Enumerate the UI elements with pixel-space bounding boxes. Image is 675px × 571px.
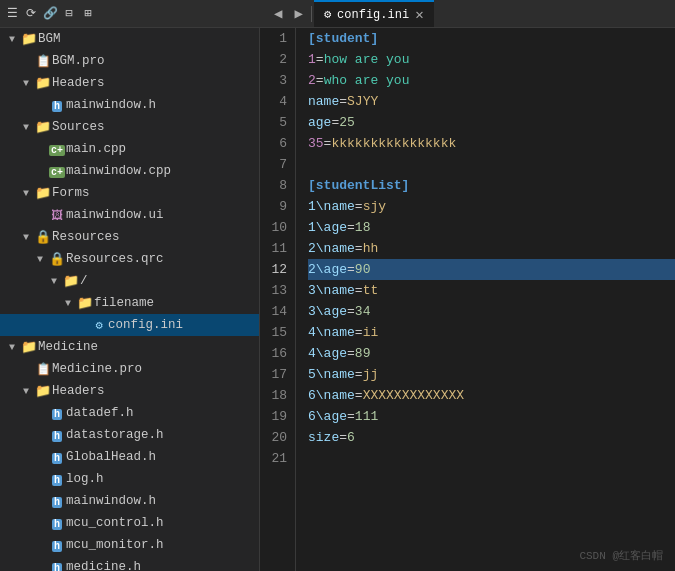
file-icon: 🖼 — [48, 208, 66, 223]
code-line: 3\name=tt — [308, 280, 675, 301]
tree-label: BGM.pro — [52, 54, 255, 68]
tree-label: datastorage.h — [66, 428, 255, 442]
line-number: 11 — [264, 238, 287, 259]
tab-nav-prev[interactable]: ◀ — [268, 5, 288, 22]
tree-label: BGM — [38, 32, 255, 46]
file-icon: h — [48, 516, 66, 531]
arrow-icon: ▼ — [18, 188, 34, 199]
tree-label: mcu_control.h — [66, 516, 255, 530]
tree-item-resources-qrc[interactable]: ▼🔒Resources.qrc — [0, 248, 259, 270]
tree-item-datastorage-h[interactable]: hdatastorage.h — [0, 424, 259, 446]
file-icon: h — [48, 560, 66, 572]
code-content[interactable]: [student]1=how are you2=who are youname=… — [296, 28, 675, 571]
tree-item-globalhead-h[interactable]: hGlobalHead.h — [0, 446, 259, 468]
code-line: 3\age=34 — [308, 301, 675, 322]
project-panel-toolbar: ☰ ⟳ 🔗 ⊟ ⊞ — [4, 6, 264, 22]
tree-label: config.ini — [108, 318, 255, 332]
line-number: 6 — [264, 133, 287, 154]
tree-item-headers2[interactable]: ▼📁Headers — [0, 380, 259, 402]
line-numbers: 123456789101112131415161718192021 — [260, 28, 296, 571]
line-number: 15 — [264, 322, 287, 343]
fold-icon[interactable]: ⊟ — [61, 6, 77, 22]
tree-label: Headers — [52, 384, 255, 398]
line-number: 16 — [264, 343, 287, 364]
tree-label: mainwindow.cpp — [66, 164, 255, 178]
line-number: 8 — [264, 175, 287, 196]
tree-item-mcu-monitor-h[interactable]: hmcu_monitor.h — [0, 534, 259, 556]
tab-config-ini[interactable]: ⚙ config.ini ✕ — [314, 0, 434, 27]
tree-label: GlobalHead.h — [66, 450, 255, 464]
main-area: ▼📁BGM📋BGM.pro▼📁Headershmainwindow.h▼📁Sou… — [0, 28, 675, 571]
file-tree[interactable]: ▼📁BGM📋BGM.pro▼📁Headershmainwindow.h▼📁Sou… — [0, 28, 260, 571]
separator — [311, 6, 312, 22]
tree-item-bgm-root[interactable]: ▼📁BGM — [0, 28, 259, 50]
tree-item-bgm-pro[interactable]: 📋BGM.pro — [0, 50, 259, 72]
file-icon: h — [48, 538, 66, 553]
tree-item-resources[interactable]: ▼🔒Resources — [0, 226, 259, 248]
file-icon: 📁 — [34, 383, 52, 399]
tree-item-medicine-root[interactable]: ▼📁Medicine — [0, 336, 259, 358]
file-icon: 📋 — [34, 362, 52, 377]
tree-label: Forms — [52, 186, 255, 200]
tree-label: mcu_monitor.h — [66, 538, 255, 552]
code-line: [student] — [308, 28, 675, 49]
code-line: 2=who are you — [308, 70, 675, 91]
tree-item-log-h[interactable]: hlog.h — [0, 468, 259, 490]
file-icon: h — [48, 406, 66, 421]
filter-icon[interactable]: ☰ — [4, 6, 20, 22]
tree-label: / — [80, 274, 255, 288]
tab-bar: ◀ ▶ ⚙ config.ini ✕ — [268, 0, 671, 27]
line-number: 17 — [264, 364, 287, 385]
file-icon: 📁 — [34, 185, 52, 201]
arrow-icon: ▼ — [18, 232, 34, 243]
file-icon: 📁 — [34, 75, 52, 91]
tree-item-forms[interactable]: ▼📁Forms — [0, 182, 259, 204]
code-line: name=SJYY — [308, 91, 675, 112]
code-line: 4\age=89 — [308, 343, 675, 364]
line-number: 10 — [264, 217, 287, 238]
line-number: 19 — [264, 406, 287, 427]
tree-item-main-cpp[interactable]: c+main.cpp — [0, 138, 259, 160]
expand-icon[interactable]: ⊞ — [80, 6, 96, 22]
file-icon: 📋 — [34, 54, 52, 69]
tree-label: log.h — [66, 472, 255, 486]
sync-icon[interactable]: ⟳ — [23, 6, 39, 22]
tree-label: Resources — [52, 230, 255, 244]
tree-item-mainwindow2-h[interactable]: hmainwindow.h — [0, 490, 259, 512]
file-icon: 🔒 — [48, 251, 66, 267]
code-line — [308, 154, 675, 175]
code-line — [308, 448, 675, 469]
tree-item-mcu-control-h[interactable]: hmcu_control.h — [0, 512, 259, 534]
tree-label: medicine.h — [66, 560, 255, 571]
tree-item-filename[interactable]: ▼📁filename — [0, 292, 259, 314]
tree-item-headers[interactable]: ▼📁Headers — [0, 72, 259, 94]
tree-item-slash[interactable]: ▼📁/ — [0, 270, 259, 292]
arrow-icon: ▼ — [18, 386, 34, 397]
line-number: 21 — [264, 448, 287, 469]
code-line: 6\name=XXXXXXXXXXXXX — [308, 385, 675, 406]
tree-item-sources[interactable]: ▼📁Sources — [0, 116, 259, 138]
code-line: age=25 — [308, 112, 675, 133]
tree-item-mainwindow-cpp[interactable]: c+mainwindow.cpp — [0, 160, 259, 182]
arrow-icon: ▼ — [4, 342, 20, 353]
code-line: 2\age=90 — [308, 259, 675, 280]
tree-label: filename — [94, 296, 255, 310]
tree-item-config-ini[interactable]: ⚙config.ini — [0, 314, 259, 336]
line-number: 7 — [264, 154, 287, 175]
file-icon: h — [48, 98, 66, 113]
line-number: 2 — [264, 49, 287, 70]
tab-nav-next[interactable]: ▶ — [288, 5, 308, 22]
link-icon[interactable]: 🔗 — [42, 6, 58, 22]
tree-item-mainwindow-h[interactable]: hmainwindow.h — [0, 94, 259, 116]
tree-label: datadef.h — [66, 406, 255, 420]
tree-item-medicine-h[interactable]: hmedicine.h — [0, 556, 259, 571]
top-bar: ☰ ⟳ 🔗 ⊟ ⊞ ◀ ▶ ⚙ config.ini ✕ — [0, 0, 675, 28]
tree-item-datadef-h[interactable]: hdatadef.h — [0, 402, 259, 424]
tree-item-mainwindow-ui[interactable]: 🖼mainwindow.ui — [0, 204, 259, 226]
code-line: [studentList] — [308, 175, 675, 196]
tree-item-medicine-pro[interactable]: 📋Medicine.pro — [0, 358, 259, 380]
code-line: 6\age=111 — [308, 406, 675, 427]
tree-label: Sources — [52, 120, 255, 134]
tab-close-button[interactable]: ✕ — [415, 6, 423, 23]
tree-label: main.cpp — [66, 142, 255, 156]
